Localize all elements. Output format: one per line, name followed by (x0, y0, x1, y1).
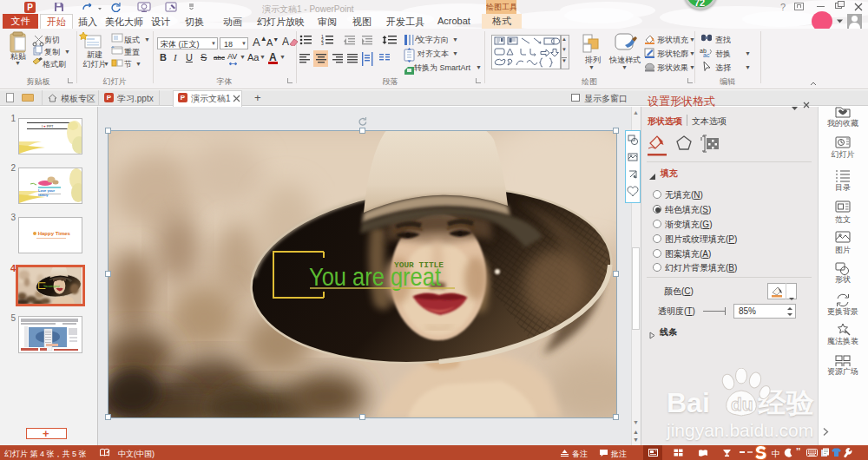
svg-text:You are great: You are great (43, 284, 61, 288)
svg-text:You are great: You are great (309, 263, 441, 291)
svg-text:du: du (731, 394, 753, 414)
svg-text:3: 3 (321, 41, 324, 46)
svg-text:ac: ac (703, 52, 710, 57)
